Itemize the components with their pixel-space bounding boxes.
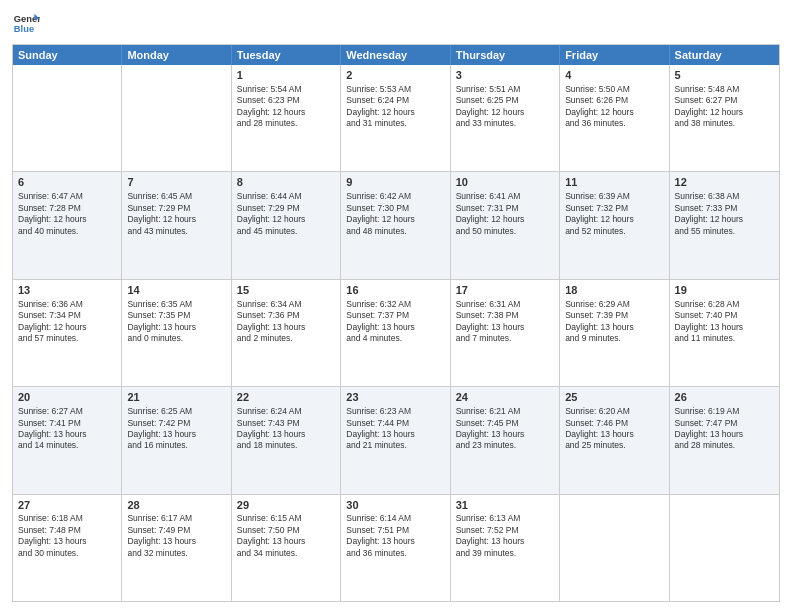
day-number: 25 [565,390,663,405]
calendar-day-cell: 8Sunrise: 6:44 AMSunset: 7:29 PMDaylight… [232,172,341,278]
day-number: 3 [456,68,554,83]
logo-icon: General Blue [12,10,40,38]
svg-text:Blue: Blue [14,24,34,34]
day-info-line: Sunrise: 6:27 AM [18,406,116,417]
calendar-week-row: 27Sunrise: 6:18 AMSunset: 7:48 PMDayligh… [13,495,779,601]
day-info-line: Sunset: 7:29 PM [127,203,225,214]
day-number: 14 [127,283,225,298]
day-info-line: and 33 minutes. [456,118,554,129]
calendar-week-row: 20Sunrise: 6:27 AMSunset: 7:41 PMDayligh… [13,387,779,494]
calendar-day-cell: 22Sunrise: 6:24 AMSunset: 7:43 PMDayligh… [232,387,341,493]
calendar-day-cell: 21Sunrise: 6:25 AMSunset: 7:42 PMDayligh… [122,387,231,493]
day-number: 7 [127,175,225,190]
day-number: 29 [237,498,335,513]
day-info-line: Sunrise: 6:38 AM [675,191,774,202]
day-number: 1 [237,68,335,83]
day-info-line: Sunrise: 5:54 AM [237,84,335,95]
day-info-line: and 55 minutes. [675,226,774,237]
day-number: 5 [675,68,774,83]
calendar-day-cell: 27Sunrise: 6:18 AMSunset: 7:48 PMDayligh… [13,495,122,601]
calendar-day-cell: 15Sunrise: 6:34 AMSunset: 7:36 PMDayligh… [232,280,341,386]
calendar-day-cell: 10Sunrise: 6:41 AMSunset: 7:31 PMDayligh… [451,172,560,278]
calendar-day-cell: 31Sunrise: 6:13 AMSunset: 7:52 PMDayligh… [451,495,560,601]
calendar-day-cell: 30Sunrise: 6:14 AMSunset: 7:51 PMDayligh… [341,495,450,601]
day-info-line: Sunrise: 6:20 AM [565,406,663,417]
day-info-line: and 45 minutes. [237,226,335,237]
calendar-day-cell: 24Sunrise: 6:21 AMSunset: 7:45 PMDayligh… [451,387,560,493]
calendar-day-cell: 26Sunrise: 6:19 AMSunset: 7:47 PMDayligh… [670,387,779,493]
day-info-line: Daylight: 13 hours [237,322,335,333]
day-info-line: and 48 minutes. [346,226,444,237]
day-info-line: and 7 minutes. [456,333,554,344]
day-info-line: Daylight: 12 hours [456,214,554,225]
day-number: 28 [127,498,225,513]
day-info-line: and 4 minutes. [346,333,444,344]
calendar-day-cell: 18Sunrise: 6:29 AMSunset: 7:39 PMDayligh… [560,280,669,386]
calendar-empty-cell [13,65,122,171]
day-number: 4 [565,68,663,83]
day-info-line: Daylight: 12 hours [237,107,335,118]
calendar-header-cell: Tuesday [232,45,341,65]
day-info-line: Daylight: 13 hours [237,536,335,547]
day-number: 10 [456,175,554,190]
page: General Blue SundayMondayTuesdayWednesda… [0,0,792,612]
day-info-line: Daylight: 13 hours [675,322,774,333]
day-info-line: Sunset: 7:32 PM [565,203,663,214]
calendar-day-cell: 12Sunrise: 6:38 AMSunset: 7:33 PMDayligh… [670,172,779,278]
day-info-line: Sunset: 6:23 PM [237,95,335,106]
calendar-week-row: 13Sunrise: 6:36 AMSunset: 7:34 PMDayligh… [13,280,779,387]
logo: General Blue [12,10,40,38]
day-number: 30 [346,498,444,513]
day-info-line: Sunset: 7:50 PM [237,525,335,536]
day-info-line: Daylight: 13 hours [456,429,554,440]
day-info-line: Daylight: 12 hours [456,107,554,118]
calendar-day-cell: 13Sunrise: 6:36 AMSunset: 7:34 PMDayligh… [13,280,122,386]
day-info-line: Sunset: 7:38 PM [456,310,554,321]
day-number: 15 [237,283,335,298]
day-number: 12 [675,175,774,190]
day-info-line: and 36 minutes. [346,548,444,559]
calendar-day-cell: 7Sunrise: 6:45 AMSunset: 7:29 PMDaylight… [122,172,231,278]
day-info-line: and 38 minutes. [675,118,774,129]
header: General Blue [12,10,780,38]
calendar-header-cell: Sunday [13,45,122,65]
day-info-line: Sunrise: 6:36 AM [18,299,116,310]
day-info-line: Daylight: 12 hours [346,107,444,118]
day-number: 21 [127,390,225,405]
calendar: SundayMondayTuesdayWednesdayThursdayFrid… [12,44,780,602]
day-info-line: Sunrise: 6:15 AM [237,513,335,524]
day-info-line: Daylight: 13 hours [127,536,225,547]
day-info-line: and 34 minutes. [237,548,335,559]
calendar-week-row: 6Sunrise: 6:47 AMSunset: 7:28 PMDaylight… [13,172,779,279]
day-info-line: Sunset: 7:37 PM [346,310,444,321]
calendar-day-cell: 25Sunrise: 6:20 AMSunset: 7:46 PMDayligh… [560,387,669,493]
day-info-line: Sunrise: 6:39 AM [565,191,663,202]
day-info-line: Sunrise: 6:14 AM [346,513,444,524]
day-number: 26 [675,390,774,405]
day-info-line: Sunrise: 6:31 AM [456,299,554,310]
calendar-header-cell: Thursday [451,45,560,65]
calendar-day-cell: 11Sunrise: 6:39 AMSunset: 7:32 PMDayligh… [560,172,669,278]
day-info-line: and 40 minutes. [18,226,116,237]
day-info-line: and 39 minutes. [456,548,554,559]
calendar-day-cell: 28Sunrise: 6:17 AMSunset: 7:49 PMDayligh… [122,495,231,601]
day-info-line: and 43 minutes. [127,226,225,237]
day-info-line: Sunrise: 5:51 AM [456,84,554,95]
day-number: 27 [18,498,116,513]
day-info-line: Daylight: 13 hours [127,322,225,333]
day-info-line: Sunrise: 6:24 AM [237,406,335,417]
day-number: 22 [237,390,335,405]
day-number: 31 [456,498,554,513]
day-info-line: Daylight: 13 hours [127,429,225,440]
day-info-line: Sunrise: 5:50 AM [565,84,663,95]
calendar-header-cell: Saturday [670,45,779,65]
day-info-line: and 16 minutes. [127,440,225,451]
day-info-line: and 28 minutes. [237,118,335,129]
day-info-line: Sunset: 7:40 PM [675,310,774,321]
day-info-line: Sunrise: 6:19 AM [675,406,774,417]
day-info-line: Sunset: 7:41 PM [18,418,116,429]
day-info-line: Daylight: 12 hours [346,214,444,225]
day-info-line: and 32 minutes. [127,548,225,559]
day-info-line: Daylight: 12 hours [565,107,663,118]
day-info-line: Sunrise: 6:34 AM [237,299,335,310]
